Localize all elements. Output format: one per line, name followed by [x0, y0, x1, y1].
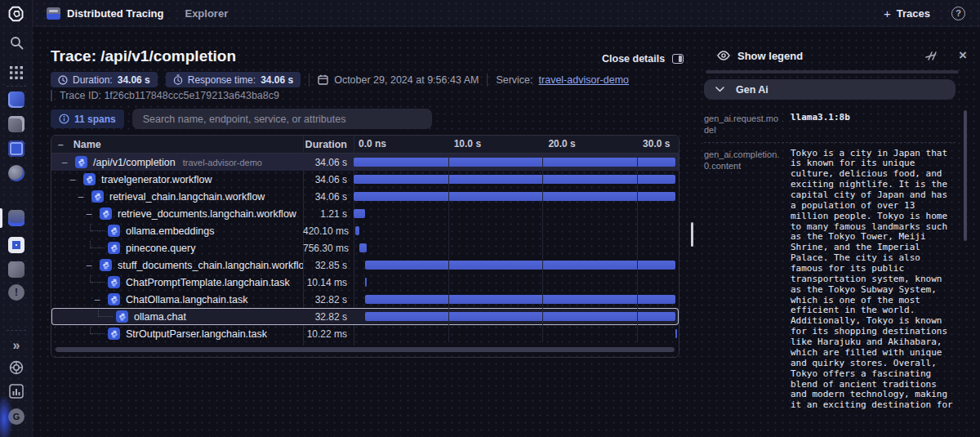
service-link[interactable]: travel-advisor-demo — [539, 74, 629, 86]
table-row[interactable]: –ChatOllama.langchain.task32.82 s — [51, 291, 679, 308]
timeline-tick-label: 20.0 s — [548, 138, 575, 149]
tree-connector-icon — [90, 241, 105, 248]
python-icon-badge — [116, 310, 128, 323]
sidebar-app-circle[interactable] — [0, 237, 33, 253]
span-timeline-cell — [354, 154, 679, 171]
attribute-row: gen_ai.completion.0.contentTokyo is a ci… — [704, 143, 956, 411]
double-slash-icon — [924, 51, 938, 61]
genai-section-header[interactable]: Gen Ai — [704, 79, 956, 100]
span-name: travelgenerator.workflow — [101, 174, 212, 185]
span-duration-bar[interactable] — [354, 209, 365, 218]
python-icon — [110, 227, 118, 235]
vertical-scrollbar[interactable] — [964, 110, 967, 241]
sidebar: ! » G — [0, 0, 33, 437]
span-name-cell: pinecone.query — [51, 241, 303, 255]
collapse-all-toggle[interactable]: – — [58, 139, 64, 150]
collapse-toggle[interactable]: – — [54, 157, 75, 168]
genai-section-label: Gen Ai — [736, 84, 768, 96]
span-duration-bar[interactable] — [365, 261, 675, 270]
span-duration-bar[interactable] — [365, 312, 675, 321]
tab-explorer[interactable]: Explorer — [185, 7, 228, 20]
panel-resize-handle[interactable] — [691, 222, 693, 247]
avatar: G — [8, 408, 24, 425]
python-icon — [110, 296, 118, 304]
sidebar-app-board[interactable] — [0, 140, 33, 157]
span-name-cell: –retrieval_chain.langchain.workflow — [51, 190, 303, 203]
sidebar-app-media[interactable] — [0, 116, 33, 132]
table-row[interactable]: –stuff_documents_chain.langchain.workflo… — [51, 256, 679, 274]
legend-scrollbar[interactable] — [706, 70, 959, 74]
search-icon — [10, 36, 24, 50]
collapse-toggle[interactable]: – — [87, 294, 108, 305]
spans-toolbar: 11 spans — [51, 109, 432, 129]
add-traces-button[interactable]: + Traces — [884, 7, 930, 20]
sidebar-app-layers[interactable] — [0, 91, 33, 108]
collapse-toggle[interactable]: – — [70, 191, 91, 203]
span-duration-bar[interactable] — [365, 295, 675, 304]
collapse-toggle[interactable]: – — [62, 174, 83, 185]
close-details-button[interactable]: Close details — [602, 53, 684, 65]
help-button[interactable]: ? — [951, 7, 965, 20]
trace-meta-row: Duration: 34.06 s Response time: 34.06 s… — [51, 72, 629, 87]
python-icon-badge — [83, 173, 96, 185]
sidebar-app-globe[interactable] — [0, 165, 33, 181]
span-duration-bar[interactable] — [365, 278, 367, 287]
expand-sidebar-button[interactable]: » — [0, 339, 33, 352]
close-panel-button[interactable]: × — [959, 47, 967, 64]
attribute-value: llama3.1:8b — [791, 113, 956, 123]
span-duration-bar[interactable] — [675, 329, 677, 338]
span-duration-bar[interactable] — [359, 243, 367, 252]
user-avatar[interactable]: G — [0, 408, 33, 425]
span-search-input[interactable] — [132, 109, 432, 129]
span-duration: 34.06 s — [303, 174, 354, 185]
sidebar-app-alert[interactable]: ! — [0, 284, 33, 301]
span-duration-bar[interactable] — [354, 192, 675, 201]
python-icon-badge — [108, 328, 120, 340]
table-row[interactable]: –retrieve_documents.langchain.workflow1.… — [51, 205, 679, 222]
span-timeline-cell — [354, 171, 679, 188]
span-duration: 32.82 s — [303, 311, 354, 323]
span-duration: 420.10 ms — [303, 225, 355, 237]
python-icon — [110, 330, 118, 338]
table-row[interactable]: ChatPromptTemplate.langchain.task10.14 m… — [51, 274, 679, 291]
apps-grid-button[interactable] — [0, 66, 33, 79]
attribute-row: gen_ai.request.modelllama3.1:8b — [704, 107, 956, 143]
table-row[interactable]: pinecone.query756.30 ms — [51, 239, 679, 256]
span-duration-bar[interactable] — [354, 158, 675, 167]
tab-label: Explorer — [185, 7, 228, 20]
sidebar-app-active[interactable] — [0, 210, 33, 226]
collapse-toggle[interactable]: – — [78, 260, 100, 271]
python-icon — [110, 279, 118, 287]
response-time-badge: Response time: 34.06 s — [166, 72, 301, 87]
support-button[interactable] — [0, 360, 33, 375]
horizontal-scrollbar[interactable] — [56, 347, 675, 352]
python-icon — [102, 210, 110, 218]
span-duration: 1.21 s — [303, 208, 354, 220]
search-nav-button[interactable] — [0, 36, 33, 50]
table-row[interactable]: –travelgenerator.workflow34.06 s — [51, 171, 679, 188]
table-row[interactable]: ollama.embeddings420.10 ms — [51, 222, 679, 239]
annotations-toggle-button[interactable] — [924, 51, 938, 61]
sidebar-app-cube[interactable] — [0, 261, 33, 278]
stopwatch-icon — [173, 74, 183, 85]
tab-distributed-tracing[interactable]: Distributed Tracing — [47, 7, 163, 20]
show-legend-button[interactable]: Show legend — [717, 50, 803, 62]
collapse-toggle[interactable]: – — [78, 208, 100, 220]
span-name-cell: ollama.embeddings — [51, 224, 303, 238]
span-name: retrieve_documents.langchain.workflow — [118, 208, 296, 220]
metrics-button[interactable] — [0, 384, 33, 399]
span-duration-bar[interactable] — [355, 226, 359, 235]
timestamp-text: October 29, 2024 at 9:56:43 AM — [334, 74, 479, 86]
duration-label: Duration: — [73, 74, 113, 86]
details-panel-header: Show legend × — [701, 47, 980, 65]
app-logo[interactable] — [0, 5, 33, 23]
table-row[interactable]: ollama.chat32.82 s — [51, 308, 679, 325]
close-details-label: Close details — [602, 53, 665, 65]
python-icon — [102, 261, 110, 270]
active-app-icon — [8, 210, 24, 226]
table-row[interactable]: StrOutputParser.langchain.task10.22 ms — [51, 325, 679, 342]
divider — [487, 74, 488, 87]
table-row[interactable]: –retrieval_chain.langchain.workflow34.06… — [51, 188, 679, 205]
table-row[interactable]: –/api/v1/completiontravel-advisor-demo34… — [51, 154, 679, 171]
span-duration-bar[interactable] — [354, 175, 675, 184]
